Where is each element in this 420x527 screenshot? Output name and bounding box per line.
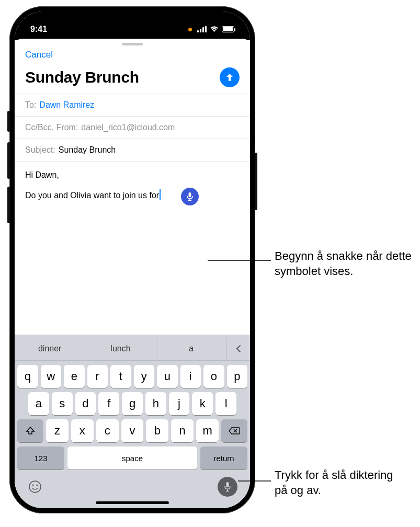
callout-leader-lines (0, 0, 420, 527)
dynamic-island (98, 19, 166, 37)
